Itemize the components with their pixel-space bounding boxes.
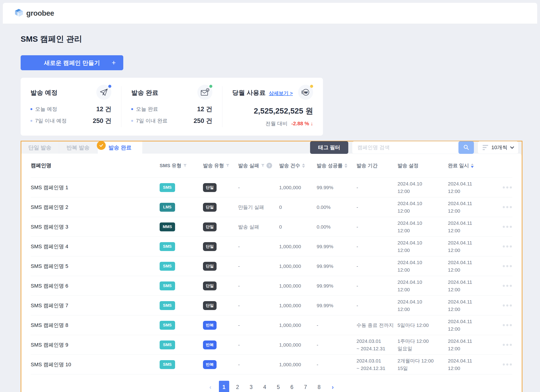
col-completed-at[interactable]: 완료 일시 — [448, 162, 494, 169]
completed-cell: 2024.04.1112:00 — [448, 180, 494, 195]
help-icon[interactable]: ? — [266, 163, 272, 168]
period-cell: - — [356, 263, 398, 270]
pagination: ‹ 1 2 3 4 5 6 7 8 › — [31, 374, 512, 392]
fail-cell: - — [238, 302, 279, 309]
setting-cell: 2024.04.1012:00 — [398, 259, 448, 274]
col-send-count[interactable]: 발송 건수 — [279, 162, 317, 169]
table-row: SMS 캠페인명 9 SMS 반복 - 1,000,000 - 2024.03.… — [31, 335, 512, 354]
campaign-name: SMS 캠페인명 2 — [31, 203, 160, 211]
search-icon — [463, 144, 469, 151]
setting-cell: 2024.04.1012:00 — [398, 200, 448, 215]
completed-cell: 2024.04.1112:00 — [448, 219, 494, 234]
setting-cell: 2024.04.1012:00 — [398, 298, 448, 313]
sms-type-badge: LMS — [160, 203, 175, 212]
page-size-select[interactable]: 10개씩 — [478, 141, 518, 154]
fail-cell: - — [238, 282, 279, 290]
won-coin-icon: ₩ — [298, 85, 313, 100]
setting-cell: 2024.04.1012:00 — [398, 279, 448, 293]
search-box — [352, 141, 474, 154]
stat-card-completed: 발송 완료 오늘 완료 12 건 7일 이내 완료 — [121, 86, 222, 127]
send-type-badge: 단일 — [203, 242, 217, 251]
row-menu-button[interactable] — [502, 283, 512, 289]
pagination-page[interactable]: 2 — [232, 381, 243, 392]
success-cell: 99.99% — [317, 243, 356, 250]
pagination-page[interactable]: 1 — [219, 381, 229, 392]
count-cell: 0 — [279, 204, 317, 211]
brand-name: groobee — [26, 9, 54, 18]
stat-value: 12 건 — [96, 105, 112, 113]
sms-type-badge: SMS — [160, 242, 175, 251]
table-row: SMS 캠페인명 8 SMS 반복 - 1,000,000 - 수동 종료 전까… — [31, 315, 512, 335]
row-menu-button[interactable] — [502, 342, 512, 348]
page-title: SMS 캠페인 관리 — [21, 34, 519, 44]
send-type-badge: 반복 — [203, 360, 217, 369]
sms-type-badge: SMS — [160, 183, 175, 192]
usage-detail-link[interactable]: 상세보기 > — [269, 90, 293, 97]
success-cell: - — [317, 361, 356, 368]
fail-cell: - — [238, 322, 279, 329]
col-send-period: 발송 기간 — [356, 162, 398, 169]
col-send-fail[interactable]: 발송 실패 ? — [238, 162, 279, 169]
sort-icon — [345, 163, 347, 168]
brand-logo[interactable]: groobee — [14, 8, 54, 19]
period-cell: 2024.03.01~ 2024.12.31 — [356, 338, 398, 352]
sms-type-badge: SMS — [160, 281, 175, 290]
table-toolbar: 태그 필터 10개씩 — [310, 142, 522, 154]
count-cell: 0 — [279, 223, 317, 231]
sms-type-badge: SMS — [160, 321, 175, 330]
col-sms-type[interactable]: SMS 유형 — [160, 162, 203, 169]
pagination-page[interactable]: 3 — [246, 381, 256, 392]
campaign-name: SMS 캠페인명 6 — [31, 282, 160, 290]
success-cell: - — [317, 341, 356, 349]
pagination-page[interactable]: 8 — [314, 381, 324, 392]
row-menu-button[interactable] — [502, 224, 512, 230]
stat-row: 7일 이내 예정 250 건 — [30, 117, 111, 125]
tab-single-send[interactable]: 단일 발송 — [21, 142, 58, 154]
row-menu-button[interactable] — [502, 303, 512, 309]
col-campaign-name: 캠페인명 — [31, 162, 160, 169]
sort-lines-icon — [483, 145, 488, 150]
campaign-name: SMS 캠페인명 10 — [31, 361, 160, 368]
fail-cell: - — [238, 361, 279, 368]
setting-cell: 1주마다 12:00일요일 — [398, 338, 448, 352]
sms-type-badge: SMS — [160, 262, 175, 271]
col-success-rate[interactable]: 발송 성공률 — [317, 162, 356, 169]
completed-cell: 2024.04.1112:00 — [448, 239, 494, 254]
row-menu-button[interactable] — [502, 185, 512, 190]
count-cell: 1,000,000 — [279, 184, 317, 191]
page-size-value: 10개씩 — [491, 144, 507, 151]
col-send-type[interactable]: 발송 유형 — [203, 162, 238, 169]
tab-repeat-send[interactable]: 반복 발송 — [60, 142, 97, 154]
row-menu-button[interactable] — [502, 204, 512, 210]
tag-filter-button[interactable]: 태그 필터 — [310, 141, 348, 154]
bullet-icon — [131, 120, 133, 122]
pagination-prev-icon[interactable]: ‹ — [205, 381, 216, 392]
search-button[interactable] — [458, 141, 474, 154]
create-campaign-button[interactable]: 새로운 캠페인 만들기 + — [21, 55, 123, 70]
tab-send-completed[interactable]: 발송 완료 — [98, 142, 142, 154]
table-row: SMS 캠페인명 2 LMS 단일 만들기 실패 0 0.00% - 2024.… — [31, 197, 512, 217]
row-menu-button[interactable] — [502, 244, 512, 249]
sms-type-badge: SMS — [160, 340, 175, 349]
setting-cell: 2024.04.1012:00 — [398, 219, 448, 234]
period-cell: - — [356, 223, 398, 231]
row-menu-button[interactable] — [502, 263, 512, 269]
pagination-next-icon[interactable]: › — [328, 381, 338, 392]
fail-cell: - — [238, 184, 279, 191]
campaign-name: SMS 캠페인명 4 — [31, 243, 160, 250]
pagination-page[interactable]: 5 — [273, 381, 284, 392]
bullet-icon — [30, 108, 32, 110]
row-menu-button[interactable] — [502, 322, 512, 328]
plus-icon: + — [112, 59, 116, 67]
pagination-page[interactable]: 7 — [300, 381, 311, 392]
setting-cell: 2024.04.1012:00 — [398, 239, 448, 254]
send-type-badge: 단일 — [203, 183, 217, 192]
col-send-setting: 발송 설정 — [398, 162, 448, 169]
count-cell: 1,000,000 — [279, 361, 317, 368]
row-menu-button[interactable] — [502, 362, 512, 368]
search-input[interactable] — [352, 141, 474, 154]
stat-card-usage: 당월 사용료 상세보기 > ₩ 2,525,252,525 원 전월 대비 -2… — [222, 86, 323, 127]
sort-icon — [302, 163, 305, 168]
pagination-page[interactable]: 6 — [287, 381, 297, 392]
pagination-page[interactable]: 4 — [260, 381, 270, 392]
